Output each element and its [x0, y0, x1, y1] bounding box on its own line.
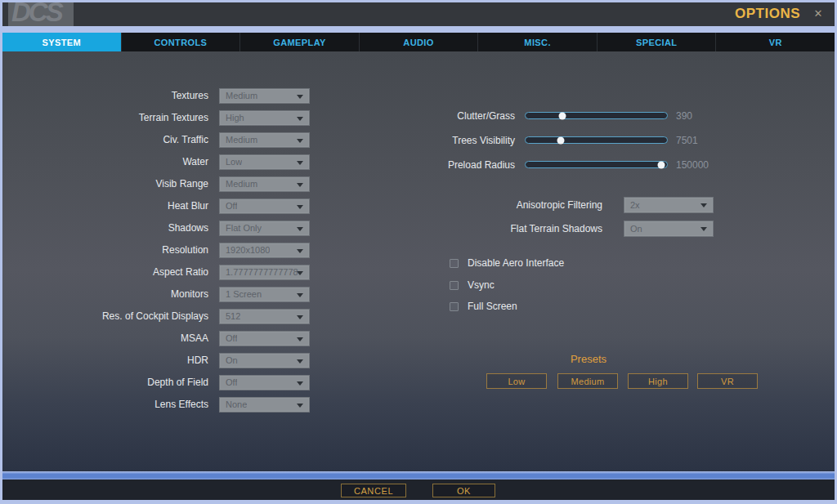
textures-dropdown[interactable]: Medium: [219, 88, 310, 104]
tab-audio[interactable]: AUDIO: [360, 33, 479, 51]
row-anisotropic-filtering: Anisotropic Filtering 2x: [2, 197, 835, 213]
dcs-logo: DCS: [8, 2, 74, 26]
chevron-down-icon: [297, 293, 303, 297]
preset-low-button[interactable]: Low: [486, 373, 547, 389]
tab-system[interactable]: SYSTEM: [2, 33, 122, 51]
slider-value: 7501: [676, 135, 698, 146]
resolution-dropdown[interactable]: 1920x1080: [219, 243, 310, 258]
vsync-checkbox[interactable]: [450, 281, 459, 290]
row-resolution: Resolution 1920x1080: [2, 242, 310, 258]
row-msaa: MSAA Off: [2, 330, 310, 346]
lens-effects-dropdown[interactable]: None: [219, 397, 310, 413]
tab-misc[interactable]: MISC.: [478, 33, 598, 51]
row-clutter-grass: Clutter/Grass 390: [2, 108, 835, 124]
chevron-down-icon: [297, 337, 303, 341]
title-bar: DCS OPTIONS ✕: [2, 2, 835, 26]
field-label: Aspect Ratio: [153, 266, 208, 278]
chevron-down-icon: [297, 315, 303, 319]
chevron-down-icon: [297, 359, 303, 364]
field-label: MSAA: [181, 332, 208, 344]
row-textures: Textures Medium: [2, 87, 310, 104]
row-aspect-ratio: Aspect Ratio 1.7777777777778: [2, 264, 310, 280]
tab-controls[interactable]: CONTROLS: [122, 33, 241, 51]
chevron-down-icon: [700, 203, 707, 207]
depth-of-field-dropdown[interactable]: Off: [219, 375, 310, 390]
row-monitors: Monitors 1 Screen: [2, 286, 310, 302]
flat-terrain-shadows-dropdown[interactable]: On: [624, 221, 714, 237]
row-trees-visibility: Trees Visibility 7501: [2, 132, 835, 149]
chevron-down-icon: [297, 271, 303, 275]
chevron-down-icon: [297, 183, 303, 187]
footer-bar: CANCEL OK: [2, 479, 835, 500]
presets-title: Presets: [486, 353, 691, 365]
slider-handle[interactable]: [658, 161, 665, 168]
field-label: Resolution: [162, 244, 208, 256]
full-screen-checkbox[interactable]: [450, 302, 459, 311]
field-label: Lens Effects: [154, 399, 208, 410]
tab-gameplay[interactable]: GAMEPLAY: [240, 33, 360, 51]
preset-high-button[interactable]: High: [628, 373, 688, 389]
monitors-dropdown[interactable]: 1 Screen: [219, 287, 310, 302]
tab-bar: SYSTEM CONTROLS GAMEPLAY AUDIO MISC. SPE…: [2, 33, 835, 51]
visib-range-dropdown[interactable]: Medium: [219, 176, 310, 192]
row-flat-terrain-shadows: Flat Terrain Shadows On: [2, 221, 835, 237]
row-preload-radius: Preload Radius 150000: [2, 157, 835, 173]
msaa-dropdown[interactable]: Off: [219, 331, 310, 346]
hdr-dropdown[interactable]: On: [219, 353, 310, 368]
slider-handle[interactable]: [558, 112, 566, 119]
preset-medium-button[interactable]: Medium: [557, 373, 618, 389]
row-disable-aero: Disable Aero Interface: [450, 257, 564, 269]
field-label: Res. of Cockpit Displays: [102, 310, 208, 322]
system-options-panel: Textures Medium Terrain Textures High Ci…: [2, 51, 835, 471]
tab-special[interactable]: SPECIAL: [598, 33, 717, 51]
row-visib-range: Visib Range Medium: [2, 176, 310, 192]
field-label: HDR: [187, 355, 208, 366]
row-full-screen: Full Screen: [450, 301, 517, 312]
slider-value: 390: [676, 110, 692, 122]
row-hdr: HDR On: [2, 352, 310, 368]
field-label: Visib Range: [156, 178, 209, 190]
cockpit-displays-dropdown[interactable]: 512: [219, 309, 310, 324]
chevron-down-icon: [297, 381, 303, 386]
trees-visibility-slider[interactable]: [525, 136, 668, 144]
field-label: Depth of Field: [147, 377, 208, 388]
row-depth-of-field: Depth of Field Off: [2, 374, 310, 390]
row-cockpit-displays: Res. of Cockpit Displays 512: [2, 308, 310, 324]
row-lens-effects: Lens Effects None: [2, 396, 310, 413]
chevron-down-icon: [700, 227, 707, 231]
clutter-grass-slider[interactable]: [525, 112, 668, 119]
preload-radius-slider[interactable]: [525, 161, 668, 168]
close-icon[interactable]: ✕: [812, 7, 825, 20]
anisotropic-filtering-dropdown[interactable]: 2x: [624, 197, 714, 213]
chevron-down-icon: [297, 95, 303, 99]
field-label: Monitors: [171, 288, 208, 300]
preset-vr-button[interactable]: VR: [697, 373, 758, 389]
slider-handle[interactable]: [557, 136, 565, 144]
divider: [2, 471, 835, 479]
page-title: OPTIONS: [735, 6, 800, 22]
field-label: Textures: [172, 90, 208, 101]
tab-vr[interactable]: VR: [716, 33, 835, 51]
slider-value: 150000: [676, 159, 709, 171]
cancel-button[interactable]: CANCEL: [341, 484, 406, 497]
disable-aero-checkbox[interactable]: [450, 259, 459, 268]
aspect-ratio-dropdown[interactable]: 1.7777777777778: [219, 265, 310, 280]
chevron-down-icon: [297, 404, 303, 408]
row-vsync: Vsync: [450, 279, 495, 291]
ok-button[interactable]: OK: [432, 484, 495, 497]
chevron-down-icon: [297, 249, 303, 253]
